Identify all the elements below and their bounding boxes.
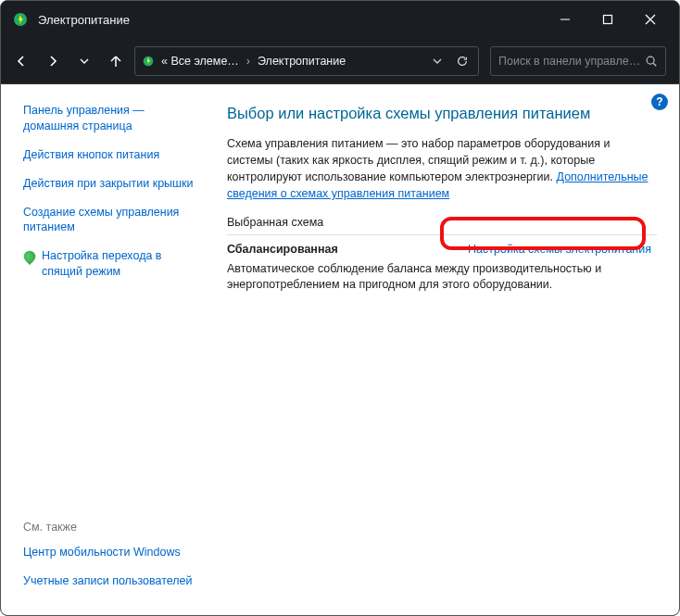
see-also-mobility-center[interactable]: Центр мобильности Windows bbox=[23, 545, 195, 560]
search-placeholder: Поиск в панели управлен… bbox=[498, 55, 645, 68]
titlebar: Электропитание bbox=[1, 1, 679, 38]
address-dropdown[interactable] bbox=[432, 56, 443, 67]
search-icon[interactable] bbox=[645, 55, 658, 68]
recent-dropdown[interactable] bbox=[77, 54, 92, 69]
search-input[interactable]: Поиск в панели управлен… bbox=[490, 46, 666, 76]
shield-icon bbox=[21, 248, 38, 265]
sidebar-item-button-actions[interactable]: Действия кнопок питания bbox=[23, 147, 159, 163]
up-button[interactable] bbox=[108, 54, 123, 69]
app-icon bbox=[12, 11, 29, 28]
sidebar-item-create-plan[interactable]: Создание схемы управления питанием bbox=[23, 205, 195, 236]
breadcrumb-current[interactable]: Электропитание bbox=[258, 55, 346, 68]
sidebar-item-sleep-settings[interactable]: Настройка перехода в спящий режим bbox=[42, 248, 195, 280]
svg-line-7 bbox=[653, 63, 656, 66]
window-title: Электропитание bbox=[38, 13, 544, 27]
maximize-button[interactable] bbox=[586, 1, 629, 38]
forward-button[interactable] bbox=[45, 54, 60, 69]
navbar: « Все элеме… › Электропитание Поиск в па… bbox=[1, 38, 679, 84]
content-area: ? Панель управления — домашняя страница … bbox=[1, 84, 679, 615]
power-plan-row: Сбалансированная Настройка схемы электро… bbox=[227, 243, 657, 256]
back-button[interactable] bbox=[14, 54, 29, 69]
plan-name: Сбалансированная bbox=[227, 243, 338, 256]
svg-point-6 bbox=[647, 57, 654, 64]
plan-description: Автоматическое соблюдение баланса между … bbox=[227, 261, 657, 294]
close-button[interactable] bbox=[629, 1, 672, 38]
sidebar: Панель управления — домашняя страница Де… bbox=[1, 84, 205, 615]
address-icon bbox=[141, 54, 156, 69]
window-controls bbox=[544, 1, 672, 38]
window: Электропитание bbox=[0, 0, 680, 616]
nav-buttons bbox=[14, 54, 123, 69]
sidebar-item-lid-actions[interactable]: Действия при закрытии крышки bbox=[23, 176, 194, 192]
sidebar-item-home[interactable]: Панель управления — домашняя страница bbox=[23, 103, 195, 134]
section-label: Выбранная схема bbox=[227, 216, 657, 235]
page-heading: Выбор или настройка схемы управления пит… bbox=[227, 105, 657, 122]
see-also-label: См. также bbox=[23, 521, 195, 534]
refresh-button[interactable] bbox=[456, 55, 469, 68]
page-description: Схема управления питанием — это набор па… bbox=[227, 135, 657, 203]
plan-settings-link[interactable]: Настройка схемы электропитания bbox=[468, 243, 651, 256]
svg-rect-2 bbox=[604, 16, 612, 24]
address-bar[interactable]: « Все элеме… › Электропитание bbox=[134, 46, 479, 76]
breadcrumb-parent[interactable]: « Все элеме… bbox=[161, 55, 239, 68]
see-also-user-accounts[interactable]: Учетные записи пользователей bbox=[23, 573, 195, 589]
minimize-button[interactable] bbox=[544, 1, 586, 38]
main-panel: Выбор или настройка схемы управления пит… bbox=[205, 84, 679, 615]
breadcrumb-separator: › bbox=[245, 55, 252, 68]
